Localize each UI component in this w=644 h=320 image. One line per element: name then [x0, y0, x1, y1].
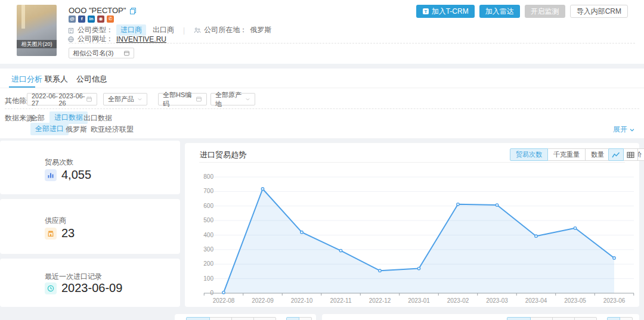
svg-text:500: 500 [203, 217, 213, 223]
metric-trade-count[interactable]: 贸易次数 [510, 148, 548, 161]
svg-text:100: 100 [203, 275, 213, 282]
filters-dashed-divider [5, 108, 639, 109]
phone-icon[interactable]: ✆ [107, 15, 114, 23]
svg-text:2023-02: 2023-02 [447, 297, 469, 304]
header-dashed-divider [69, 43, 635, 44]
linkedin-icon[interactable]: in [88, 15, 95, 23]
stat-label: 供应商 [45, 216, 66, 226]
product-select[interactable]: 全部产品 [103, 93, 147, 105]
svg-text:2023-01: 2023-01 [408, 297, 430, 304]
metric-segment[interactable] [186, 317, 210, 320]
view-toggle-group [607, 317, 633, 320]
company-name: OOO "PECTOP" [69, 6, 126, 15]
stat-card-suppliers: 供应商 23 [0, 199, 180, 254]
header-actions: T 加入T-CRM 加入雷达 开启监测 导入内部CRM [416, 5, 628, 18]
origin-select-value: 全部原产地 [215, 91, 245, 108]
similar-companies-select[interactable]: 相似公司名(3) [69, 48, 134, 58]
window-icon [196, 96, 202, 102]
chevron-down-icon [245, 97, 250, 102]
metric-segment[interactable] [574, 317, 597, 320]
metric-segment[interactable] [253, 317, 276, 320]
hs-code-select[interactable]: 全部HS编码 [158, 93, 207, 105]
analysis-section: 进口分析 联系人 公司信息 其他筛选： 2022-06-27 2023-06-2… [0, 69, 644, 138]
bottom-right-panel [322, 314, 639, 320]
svg-text:2022-11: 2022-11 [330, 297, 352, 304]
suboption-all-import[interactable]: 全部进口 [30, 123, 69, 135]
source-option-import[interactable]: 进口数据 [49, 111, 88, 124]
view-segment[interactable] [286, 317, 299, 320]
related-images-label: 相关图片(20) [17, 40, 57, 48]
hs-code-value: 全部HS编码 [163, 91, 196, 108]
bar-chart-icon [45, 169, 57, 181]
tab-company-info[interactable]: 公司信息 [76, 74, 107, 85]
svg-text:400: 400 [203, 232, 213, 238]
company-photo[interactable]: 相关图片(20) [17, 5, 57, 56]
svg-text:200: 200 [203, 260, 213, 267]
camera-icon[interactable]: ◉ [97, 15, 104, 23]
svg-text:600: 600 [203, 203, 213, 209]
stat-label: 贸易次数 [45, 157, 73, 167]
copy-icon[interactable] [129, 7, 137, 14]
trend-line-chart[interactable]: 01002003004005006007008002022-082022-092… [190, 167, 634, 304]
bottom-left-panel [175, 314, 316, 320]
location-label: 公司所在地： [204, 25, 247, 35]
line-chart-icon[interactable] [608, 148, 624, 161]
suboption-russia[interactable]: 俄罗斯 [66, 125, 87, 135]
view-segment[interactable] [299, 317, 312, 320]
expand-label: 展开 [613, 125, 627, 135]
metric-segment[interactable] [530, 317, 553, 320]
table-icon[interactable] [623, 148, 638, 161]
tab-contacts[interactable]: 联系人 [45, 74, 68, 85]
svg-text:300: 300 [203, 246, 213, 253]
similar-companies-label: 相似公司名(3) [73, 49, 113, 58]
import-crm-button[interactable]: 导入内部CRM [570, 5, 628, 18]
view-toggle-group [608, 148, 638, 161]
clock-icon [45, 282, 57, 294]
stat-card-trade-count: 贸易次数 4,055 [0, 141, 180, 194]
source-option-all[interactable]: 全部 [30, 113, 45, 123]
start-monitor-label: 开启监测 [531, 7, 559, 17]
svg-text:2023-05: 2023-05 [564, 297, 586, 304]
import-trend-panel: 进口贸易趋势 贸易次数 千克重量 数量 美元总价 010020030040050… [185, 143, 639, 307]
chart-header-divider [199, 162, 625, 163]
metric-quantity[interactable]: 数量 [585, 148, 610, 161]
view-segment[interactable] [620, 317, 633, 320]
source-option-export[interactable]: 出口数据 [83, 113, 112, 123]
website-link[interactable]: INVENTIVE.RU [116, 35, 166, 44]
svg-text:2022-10: 2022-10 [291, 297, 313, 304]
photo-highlight [21, 5, 25, 29]
date-end: 2023-06-26 [59, 92, 86, 107]
svg-text:2022-08: 2022-08 [213, 297, 235, 304]
view-segment[interactable] [607, 317, 620, 320]
calendar-icon [86, 96, 92, 102]
svg-text:700: 700 [203, 188, 213, 194]
location-pin-icon [194, 27, 201, 34]
stat-label: 最近一次进口记录 [45, 272, 102, 282]
window-icon [123, 50, 130, 57]
divider-pipe: | [183, 26, 185, 35]
metric-kg-weight[interactable]: 千克重量 [547, 148, 586, 161]
metric-segment[interactable] [507, 317, 531, 320]
date-range-picker[interactable]: 2022-06-27 2023-06-26 [27, 93, 97, 105]
chart-title: 进口贸易趋势 [200, 150, 246, 160]
add-tcrm-label: 加入T-CRM [432, 7, 469, 17]
social-links: @ f in ◉ ✆ [69, 15, 114, 23]
svg-text:T: T [424, 9, 427, 14]
svg-text:2023-03: 2023-03 [486, 297, 508, 304]
add-radar-button[interactable]: 加入雷达 [479, 5, 520, 18]
add-tcrm-button[interactable]: T 加入T-CRM [416, 5, 475, 18]
origin-select[interactable]: 全部原产地 [210, 93, 255, 105]
tab-import-analysis[interactable]: 进口分析 [11, 74, 42, 85]
facebook-icon[interactable]: f [78, 15, 85, 23]
stat-value: 2023-06-09 [61, 281, 122, 295]
metric-segment[interactable] [231, 317, 254, 320]
suboption-eaeu[interactable]: 欧亚经济联盟 [91, 125, 134, 135]
metric-segment[interactable] [209, 317, 232, 320]
company-name-row: OOO "PECTOP" [69, 6, 137, 15]
metric-segment[interactable] [552, 317, 575, 320]
start-monitor-button[interactable]: 开启监测 [525, 5, 565, 18]
location-value: 俄罗斯 [250, 25, 271, 35]
at-icon[interactable]: @ [69, 15, 76, 23]
expand-toggle[interactable]: 展开 [613, 125, 635, 135]
metric-toggle-group [507, 317, 597, 320]
